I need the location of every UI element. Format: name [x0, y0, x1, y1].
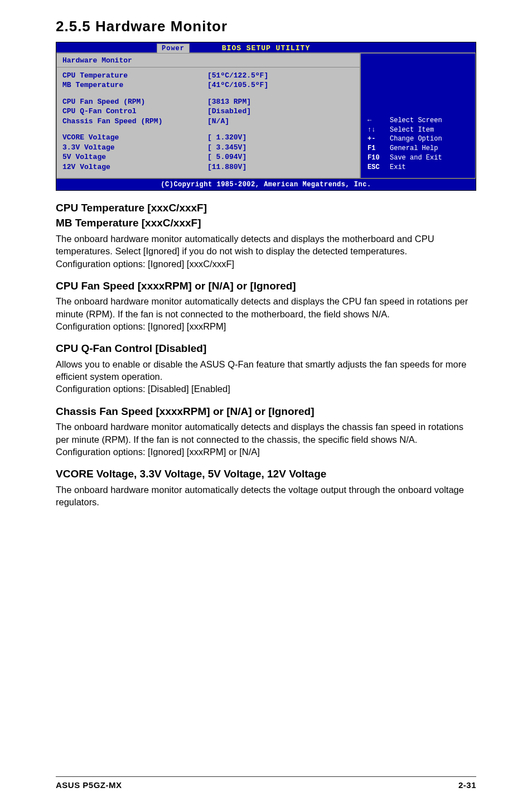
bios-item-row: CPU Q-Fan Control[Disabled] [62, 107, 354, 117]
bios-title: BIOS SETUP UTILITY [222, 44, 310, 52]
footer-page-number: 2-31 [458, 780, 476, 791]
bios-item-value: [ 3.345V] [207, 143, 246, 153]
bios-item-label: CPU Temperature [62, 71, 207, 81]
nav-key-label: Save and Exit [390, 153, 442, 163]
bios-item-label: CPU Q-Fan Control [62, 107, 207, 117]
bios-title-row: BIOS SETUP UTILITY Power [56, 42, 476, 52]
bios-nav-line: F1General Help [367, 144, 470, 153]
bios-item-label: MB Temperature [62, 80, 207, 90]
bios-nav-line: +-Change Option [367, 134, 470, 144]
nav-key-icon: ESC [367, 163, 390, 172]
bios-screenshot: BIOS SETUP UTILITY Power Hardware Monito… [56, 42, 476, 191]
nav-key-label: Select Item [390, 125, 434, 135]
nav-key-label: Change Option [390, 134, 442, 144]
bios-left-panel: Hardware Monitor CPU Temperature[51ºC/12… [56, 53, 360, 178]
nav-key-icon: F10 [367, 153, 390, 163]
bios-nav-line: F10Save and Exit [367, 153, 470, 163]
nav-key-label: Exit [390, 163, 406, 172]
heading-mb-temperature: MB Temperature [xxxC/xxxF] [56, 216, 476, 230]
bios-item-label: CPU Fan Speed (RPM) [62, 97, 207, 107]
heading-cpu-fan-speed: CPU Fan Speed [xxxxRPM] or [N/A] or [Ign… [56, 279, 476, 293]
bios-item-value: [3813 RPM] [207, 97, 251, 107]
bios-item-label: 3.3V Voltage [62, 143, 207, 153]
section-title: 2.5.5 Hardware Monitor [56, 17, 476, 36]
bios-item-row: VCORE Voltage[ 1.320V] [62, 133, 354, 143]
bios-item-label: VCORE Voltage [62, 133, 207, 143]
bios-item-label: Chassis Fan Speed (RPM) [62, 117, 207, 127]
heading-cpu-temperature: CPU Temperature [xxxC/xxxF] [56, 201, 476, 215]
bios-item-value: [N/A] [207, 117, 229, 127]
bios-nav-line: ←Select Screen [367, 116, 470, 125]
nav-key-label: General Help [390, 144, 438, 153]
bios-item-value: [Disabled] [207, 107, 251, 117]
bios-item-row: 3.3V Voltage[ 3.345V] [62, 143, 354, 153]
bios-item-value: [ 5.094V] [207, 152, 246, 162]
bios-item-value: [41ºC/105.5ºF] [207, 80, 268, 90]
page-footer: ASUS P5GZ-MX 2-31 [56, 776, 476, 791]
body-voltages: The onboard hardware monitor automatical… [56, 484, 476, 509]
bios-copyright: (C)Copyright 1985-2002, American Megatre… [56, 179, 476, 190]
nav-key-label: Select Screen [390, 116, 442, 125]
heading-voltages: VCORE Voltage, 3.3V Voltage, 5V Voltage,… [56, 467, 476, 481]
nav-key-icon: F1 [367, 144, 390, 153]
body-cpu-fan-speed: The onboard hardware monitor automatical… [56, 295, 476, 332]
bios-item-row: CPU Fan Speed (RPM)[3813 RPM] [62, 97, 354, 107]
bios-nav-line: ESCExit [367, 163, 470, 172]
bios-item-label: 5V Voltage [62, 152, 207, 162]
bios-item-value: [ 1.320V] [207, 133, 246, 143]
heading-cpu-qfan: CPU Q-Fan Control [Disabled] [56, 341, 476, 356]
bios-item-list: CPU Temperature[51ºC/122.5ºF]MB Temperat… [57, 67, 360, 178]
bios-item-value: [51ºC/122.5ºF] [207, 71, 268, 81]
bios-panel-title: Hardware Monitor [57, 54, 360, 67]
body-temperature: The onboard hardware monitor automatical… [56, 233, 476, 270]
nav-key-icon: +- [367, 134, 390, 144]
bios-item-row: 12V Voltage[11.880V] [62, 162, 354, 172]
heading-chassis-fan-speed: Chassis Fan Speed [xxxxRPM] or [N/A] or … [56, 404, 476, 419]
footer-product: ASUS P5GZ-MX [56, 780, 122, 791]
bios-item-row: MB Temperature[41ºC/105.5ºF] [62, 80, 354, 90]
bios-nav-help: ←Select Screen↑↓Select Item+-Change Opti… [361, 112, 475, 178]
bios-active-tab: Power [157, 44, 190, 53]
bios-nav-line: ↑↓Select Item [367, 125, 470, 135]
bios-item-row: 5V Voltage[ 5.094V] [62, 152, 354, 162]
bios-item-row: Chassis Fan Speed (RPM)[N/A] [62, 117, 354, 127]
bios-item-value: [11.880V] [207, 162, 246, 172]
nav-key-icon: ↑↓ [367, 125, 390, 135]
bios-item-label: 12V Voltage [62, 162, 207, 172]
bios-help-panel: ←Select Screen↑↓Select Item+-Change Opti… [360, 53, 476, 178]
bios-item-row: CPU Temperature[51ºC/122.5ºF] [62, 71, 354, 81]
body-cpu-qfan: Allows you to enable or disable the ASUS… [56, 358, 476, 395]
nav-key-icon: ← [367, 116, 390, 125]
body-chassis-fan-speed: The onboard hardware monitor automatical… [56, 421, 476, 458]
